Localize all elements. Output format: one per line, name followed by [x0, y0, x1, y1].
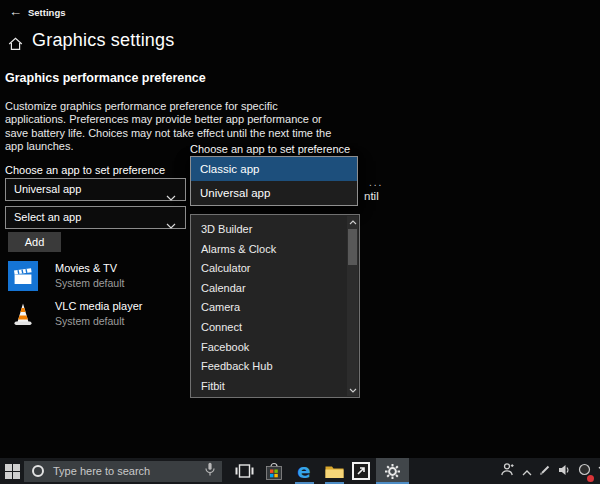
installed-app-status: System default [55, 315, 124, 327]
installed-app-name: Movies & TV [55, 262, 117, 274]
app-type-select-value: Universal app [14, 183, 81, 195]
background-text-fragment: ntil [364, 190, 379, 202]
windows-logo-icon [5, 464, 20, 479]
popup-choose-app-label: Choose an app to set preference [190, 143, 350, 155]
choose-app-label: Choose an app to set preference [5, 164, 165, 176]
home-icon[interactable] [8, 37, 23, 55]
task-view-button[interactable] [230, 458, 258, 484]
arrow-app-icon [352, 462, 370, 480]
app-list-item[interactable]: Calculator [191, 259, 346, 279]
app-list-item[interactable]: Camera [191, 298, 346, 318]
store-button[interactable] [260, 458, 288, 484]
chevron-down-icon [166, 215, 176, 236]
installed-app-row[interactable]: Movies & TV System default [8, 261, 186, 295]
app-list-item[interactable]: Feedback Hub [191, 357, 346, 377]
notification-alert-icon[interactable] [578, 462, 591, 480]
scroll-up-button[interactable] [347, 216, 358, 228]
settings-window: ← Settings Graphics settings Graphics pe… [0, 0, 600, 484]
app-select-value: Select an app [14, 211, 81, 223]
back-button[interactable]: ← [9, 4, 22, 19]
app-select-dropdown-list: 3D Builder Alarms & Clock Calculator Cal… [190, 214, 360, 398]
chevron-down-icon [166, 187, 176, 208]
installed-app-status: System default [55, 277, 124, 289]
taskbar-search[interactable]: Type here to search [24, 461, 222, 482]
movies-tv-icon [8, 261, 38, 291]
pen-icon[interactable] [539, 462, 551, 480]
system-tray [496, 458, 600, 484]
start-button[interactable] [0, 458, 24, 484]
scrollbar-thumb[interactable] [348, 229, 357, 265]
app-list-item[interactable]: Alarms & Clock [191, 240, 346, 260]
gear-icon [384, 463, 401, 480]
background-text-fragment: ... [369, 177, 383, 188]
app-list-item[interactable]: Facebook [191, 338, 346, 358]
app-type-select[interactable]: Universal app [5, 178, 186, 201]
edge-browser-button[interactable]: e [290, 458, 318, 484]
description-line: Customize graphics performance preferenc… [5, 100, 331, 113]
app-list-item[interactable]: Calendar [191, 279, 346, 299]
section-title: Graphics performance preference [5, 71, 206, 85]
window-title: Settings [28, 7, 65, 18]
arrow-app-button[interactable] [348, 458, 374, 484]
app-select[interactable]: Select an app [5, 206, 186, 229]
app-list-item[interactable]: 3D Builder [191, 220, 346, 240]
settings-taskbar-button[interactable] [376, 458, 409, 484]
folder-icon [325, 464, 344, 479]
edge-icon: e [297, 461, 311, 481]
search-input[interactable]: Type here to search [53, 465, 205, 477]
dropdown-option-universal-app[interactable]: Universal app [191, 181, 357, 205]
microphone-icon[interactable] [205, 462, 215, 481]
description-line: save battery life. Choices may not take … [5, 127, 331, 140]
add-button[interactable]: Add [8, 232, 61, 252]
app-list-item[interactable]: Fitbit [191, 377, 346, 397]
installed-app-row[interactable]: VLC media player System default [8, 299, 186, 333]
dropdown-option-classic-app[interactable]: Classic app [191, 157, 357, 181]
taskbar: Type here to search [0, 458, 600, 484]
scroll-down-button[interactable] [347, 384, 358, 396]
volume-icon[interactable] [558, 462, 571, 480]
scrollbar[interactable] [347, 216, 358, 396]
alert-badge [587, 475, 594, 482]
people-icon[interactable] [500, 462, 515, 480]
hidden-icons-chevron-icon[interactable] [522, 462, 532, 480]
description-line: applications. Preferences may provide be… [5, 113, 331, 126]
file-explorer-button[interactable] [320, 458, 348, 484]
vlc-icon [8, 299, 38, 329]
cortana-icon [32, 465, 44, 477]
app-type-dropdown-open: Classic app Universal app [190, 156, 358, 206]
installed-app-name: VLC media player [55, 300, 142, 312]
page-title: Graphics settings [32, 30, 174, 51]
app-list-item[interactable]: Connect [191, 318, 346, 338]
